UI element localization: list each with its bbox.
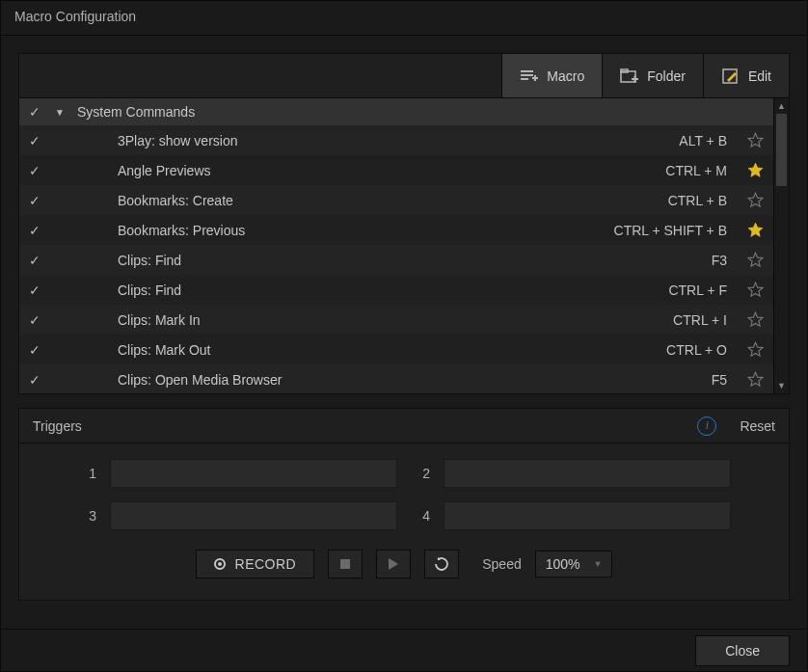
speed-label: Speed bbox=[482, 556, 521, 572]
triggers-panel: Triggers i Reset 1234 RECORD Speed bbox=[18, 408, 790, 601]
check-icon: ✓ bbox=[27, 372, 42, 388]
macro-shortcut: CTRL + F bbox=[668, 282, 735, 298]
check-icon: ✓ bbox=[27, 342, 42, 358]
group-header[interactable]: ✓ ▼ System Commands bbox=[19, 98, 773, 125]
macro-shortcut: F5 bbox=[712, 372, 735, 388]
add-macro-label: Macro bbox=[547, 68, 584, 84]
add-macro-icon bbox=[520, 67, 539, 86]
macro-name: Clips: Find bbox=[77, 253, 702, 268]
record-label: RECORD bbox=[235, 556, 297, 572]
edit-label: Edit bbox=[748, 68, 771, 84]
check-icon: ✓ bbox=[27, 312, 42, 328]
list-scrollbar[interactable]: ▲ ▼ bbox=[773, 98, 789, 393]
loop-icon bbox=[434, 556, 449, 572]
play-button[interactable] bbox=[376, 550, 411, 578]
svg-rect-8 bbox=[634, 75, 636, 82]
scroll-down-icon[interactable]: ▼ bbox=[774, 378, 789, 393]
check-icon: ✓ bbox=[27, 133, 42, 148]
macro-row[interactable]: ✓▼Clips: FindCTRL + F bbox=[19, 275, 773, 305]
favorite-star[interactable] bbox=[744, 371, 766, 388]
macro-row[interactable]: ✓▼Clips: FindF3 bbox=[19, 245, 773, 275]
svg-rect-1 bbox=[521, 74, 533, 76]
star-icon bbox=[747, 162, 764, 178]
add-folder-label: Folder bbox=[647, 68, 686, 84]
macro-row[interactable]: ✓▼Bookmarks: CreateCTRL + B bbox=[19, 185, 773, 215]
macro-name: Bookmarks: Create bbox=[77, 193, 659, 208]
star-icon bbox=[747, 311, 764, 328]
speed-select[interactable]: 100% ▼ bbox=[535, 551, 613, 578]
record-button[interactable]: RECORD bbox=[196, 550, 315, 578]
macro-name: Clips: Open Media Browser bbox=[77, 372, 702, 388]
edit-icon bbox=[721, 67, 741, 86]
svg-rect-4 bbox=[534, 75, 536, 81]
reset-button[interactable]: Reset bbox=[726, 418, 775, 434]
favorite-star[interactable] bbox=[744, 222, 766, 238]
footer: Close bbox=[1, 629, 807, 671]
triggers-title: Triggers bbox=[33, 418, 687, 434]
macro-name: 3Play: show version bbox=[77, 133, 669, 148]
macro-row[interactable]: ✓▼Angle PreviewsCTRL + M bbox=[19, 155, 773, 185]
scroll-up-icon[interactable]: ▲ bbox=[774, 98, 789, 114]
star-icon bbox=[747, 282, 764, 298]
favorite-star[interactable] bbox=[744, 252, 766, 268]
macro-shortcut: CTRL + SHIFT + B bbox=[614, 223, 735, 238]
favorite-star[interactable] bbox=[744, 132, 766, 148]
stop-button[interactable] bbox=[328, 550, 363, 578]
info-icon[interactable]: i bbox=[697, 417, 716, 436]
record-icon bbox=[214, 558, 226, 570]
macro-row[interactable]: ✓▼Bookmarks: PreviousCTRL + SHIFT + B bbox=[19, 215, 773, 245]
svg-rect-0 bbox=[521, 70, 533, 72]
add-folder-button[interactable]: Folder bbox=[602, 54, 703, 97]
window-title: Macro Configuration bbox=[1, 1, 807, 36]
favorite-star[interactable] bbox=[744, 311, 766, 328]
check-icon: ✓ bbox=[27, 223, 42, 238]
macro-shortcut: CTRL + O bbox=[666, 342, 735, 358]
trigger-slot-input[interactable] bbox=[444, 501, 731, 530]
favorite-star[interactable] bbox=[744, 192, 766, 208]
favorite-star[interactable] bbox=[744, 282, 766, 298]
list-wrap: ✓ ▼ System Commands ✓▼3Play: show versio… bbox=[19, 98, 789, 393]
check-icon: ✓ bbox=[27, 163, 42, 178]
add-macro-button[interactable]: Macro bbox=[501, 54, 602, 97]
macro-list-panel: Macro Folder Edit ✓ ▼ System Commands bbox=[18, 53, 790, 394]
favorite-star[interactable] bbox=[744, 162, 766, 178]
trigger-slot-input[interactable] bbox=[110, 501, 397, 530]
macro-name: Angle Previews bbox=[77, 163, 656, 178]
macro-shortcut: CTRL + B bbox=[668, 193, 735, 208]
macro-shortcut: ALT + B bbox=[679, 133, 735, 148]
loop-button[interactable] bbox=[424, 550, 459, 578]
trigger-slot-input[interactable] bbox=[444, 459, 731, 488]
group-name: System Commands bbox=[77, 104, 766, 120]
macro-row[interactable]: ✓▼Clips: Open Media BrowserF5 bbox=[19, 364, 773, 393]
macro-row[interactable]: ✓▼Clips: Mark InCTRL + I bbox=[19, 305, 773, 335]
stop-icon bbox=[340, 559, 350, 569]
check-icon: ✓ bbox=[27, 193, 42, 208]
macro-shortcut: F3 bbox=[712, 253, 735, 268]
triggers-header: Triggers i Reset bbox=[19, 409, 789, 444]
transport-controls: RECORD Speed 100% ▼ bbox=[77, 530, 731, 592]
scroll-thumb[interactable] bbox=[776, 114, 787, 186]
star-icon bbox=[747, 341, 764, 358]
trigger-slot-input[interactable] bbox=[110, 459, 397, 488]
chevron-down-icon: ▼ bbox=[594, 559, 603, 569]
triggers-body: 1234 RECORD Speed 100% ▼ bbox=[19, 444, 789, 600]
check-icon: ✓ bbox=[27, 253, 42, 268]
macro-row[interactable]: ✓▼3Play: show versionALT + B bbox=[19, 125, 773, 155]
macro-name: Clips: Find bbox=[77, 282, 659, 298]
macro-config-window: Macro Configuration Macro Folder Edit bbox=[0, 0, 808, 672]
trigger-grid: 1234 bbox=[77, 459, 731, 530]
close-button[interactable]: Close bbox=[695, 635, 790, 666]
speed-value: 100% bbox=[546, 556, 580, 572]
play-icon bbox=[389, 558, 398, 570]
trigger-slot-label: 3 bbox=[77, 508, 96, 524]
edit-button[interactable]: Edit bbox=[703, 54, 789, 97]
svg-rect-2 bbox=[521, 78, 528, 80]
favorite-star[interactable] bbox=[744, 341, 766, 358]
star-icon bbox=[747, 222, 764, 238]
collapse-icon[interactable]: ▼ bbox=[52, 107, 67, 118]
toolbar: Macro Folder Edit bbox=[19, 54, 789, 98]
macro-row[interactable]: ✓▼Clips: Mark OutCTRL + O bbox=[19, 335, 773, 364]
check-icon: ✓ bbox=[27, 282, 42, 298]
macro-shortcut: CTRL + M bbox=[665, 163, 735, 178]
star-icon bbox=[747, 371, 764, 388]
